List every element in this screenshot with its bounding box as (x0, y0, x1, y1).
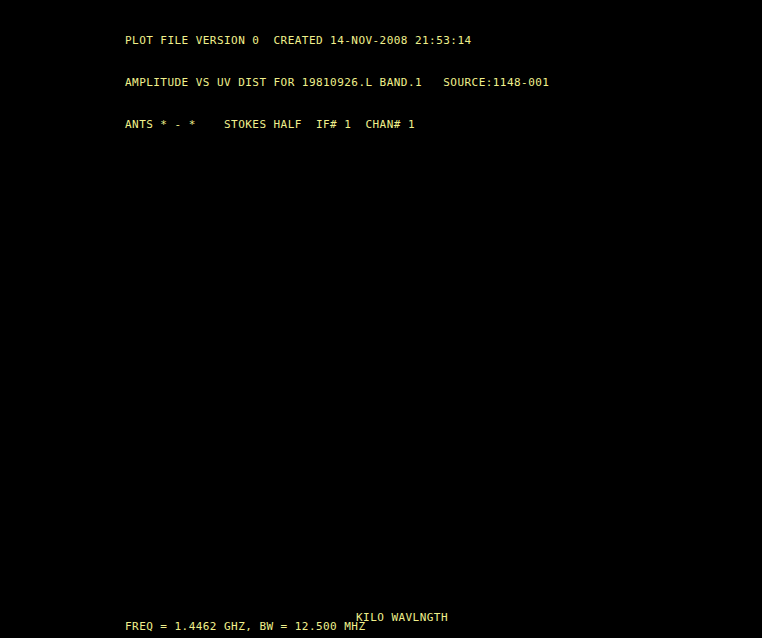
aips-plot-screen: PLOT FILE VERSION 0 CREATED 14-NOV-2008 … (0, 0, 762, 638)
header-line-title: AMPLITUDE VS UV DIST FOR 19810926.L BAND… (125, 76, 549, 90)
header-line-version: PLOT FILE VERSION 0 CREATED 14-NOV-2008 … (125, 34, 549, 48)
plot-header: PLOT FILE VERSION 0 CREATED 14-NOV-2008 … (125, 6, 549, 160)
frequency-info: FREQ = 1.4462 GHZ, BW = 12.500 MHZ (125, 620, 365, 633)
header-line-stokes: ANTS * - * STOKES HALF IF# 1 CHAN# 1 (125, 118, 549, 132)
